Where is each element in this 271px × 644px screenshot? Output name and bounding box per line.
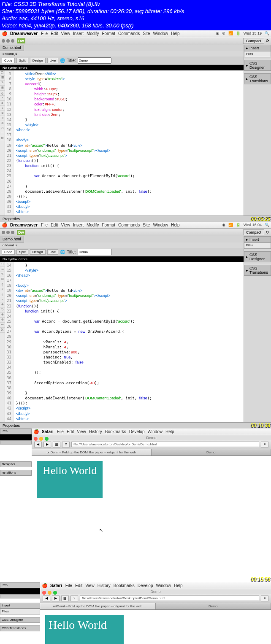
related-file[interactable]: oridomi.js <box>0 51 244 57</box>
tool-icon[interactable]: ≡ <box>0 297 5 302</box>
title-input[interactable] <box>78 249 111 255</box>
menu-view[interactable]: View <box>77 429 86 434</box>
tab-oridomi[interactable]: oriDomi – Fold up the DOM like paper – o… <box>40 603 156 609</box>
traffic-lights[interactable] <box>41 590 58 596</box>
search-icon[interactable]: 🔍 <box>265 223 269 227</box>
accord-element[interactable]: Hello World <box>45 615 124 644</box>
file-tab[interactable]: Demo.html <box>0 236 24 243</box>
menu-commands[interactable]: Commands <box>118 223 140 227</box>
menu-develop[interactable]: Develop <box>138 583 153 588</box>
menu-format[interactable]: Format <box>102 223 115 227</box>
split-view-button[interactable]: Split <box>16 249 28 255</box>
menu-site[interactable]: Site <box>143 31 150 36</box>
menu-window[interactable]: Window <box>156 583 171 588</box>
css-designer-panel[interactable]: ▸CSS Designer <box>244 60 271 71</box>
apple-icon[interactable]: 🍎 <box>42 583 48 588</box>
menu-edit[interactable]: Edit <box>75 583 82 588</box>
tool-icon[interactable]: ⊗ <box>0 302 5 307</box>
css-transitions-fragment[interactable]: CSS Transitions <box>0 625 40 631</box>
menu-modify[interactable]: Modify <box>87 31 99 36</box>
file-tab[interactable]: Demo.html <box>0 45 24 51</box>
transitions-fragment[interactable]: ransitions <box>0 470 32 476</box>
menu-view[interactable]: View <box>85 583 95 588</box>
menu-bookmarks[interactable]: Bookmarks <box>105 429 126 434</box>
code-editor[interactable]: <title>Demo</title> <style type="text/cs… <box>14 70 154 216</box>
tool-icon[interactable]: {} <box>0 282 5 287</box>
tool-icon[interactable]: ✓ <box>0 96 5 101</box>
tool-icon[interactable]: ✎ <box>0 81 5 86</box>
bookmarks-button[interactable]: ▦ <box>61 595 69 601</box>
reader-button[interactable]: ≡ <box>261 595 268 601</box>
tool-icon[interactable]: ⊗ <box>0 111 5 116</box>
files-fragment[interactable]: Files <box>0 609 40 614</box>
properties-panel[interactable]: Properties <box>0 422 271 428</box>
apple-icon[interactable]: 🍎 <box>2 222 8 228</box>
files-panel[interactable]: Files <box>244 243 271 249</box>
globe-icon[interactable]: 🌐 <box>60 58 65 63</box>
menu-file[interactable]: File <box>41 223 48 227</box>
tool-icon[interactable]: ≡ <box>0 106 5 111</box>
css-designer-fragment[interactable]: CSS Designer <box>0 617 40 623</box>
tool-icon[interactable]: ✓ <box>0 287 5 292</box>
code-view-button[interactable]: Code <box>2 58 15 63</box>
accord-element[interactable]: Hello World <box>37 461 103 498</box>
menu-view[interactable]: View <box>61 31 70 36</box>
workspace-selector[interactable]: Compact <box>243 38 264 44</box>
css-transitions-panel[interactable]: ▸CSS Transitions <box>244 73 271 84</box>
design-view-button[interactable]: Design <box>30 58 46 63</box>
forward-button[interactable]: ▶ <box>52 595 60 601</box>
menu-modify[interactable]: Modify <box>87 223 99 227</box>
tool-icon[interactable]: ☰ <box>0 75 5 81</box>
sync-icon[interactable]: ⟳ <box>266 38 269 43</box>
live-view-button[interactable]: Live <box>47 58 59 63</box>
tool-icon[interactable]: ⋯ <box>0 323 5 328</box>
address-bar[interactable]: file:///Users/lawrenceturton/Desktop/ori… <box>80 595 259 601</box>
menu-help[interactable]: Help <box>165 429 174 434</box>
insert-fragment[interactable]: Insert <box>0 603 40 609</box>
tool-icon[interactable]: # <box>0 292 5 297</box>
menu-insert[interactable]: Insert <box>73 223 84 227</box>
apple-icon[interactable]: 🍎 <box>33 429 39 434</box>
back-button[interactable]: ◀ <box>43 595 50 601</box>
insert-panel[interactable]: ▸Insert <box>244 236 271 243</box>
tool-icon[interactable]: # <box>0 101 5 106</box>
files-panel[interactable]: Files <box>244 51 271 57</box>
tool-icon[interactable]: ⊖ <box>0 126 5 131</box>
design-view-button[interactable]: Design <box>30 249 46 255</box>
live-view-button[interactable]: Live <box>47 249 59 255</box>
tool-icon[interactable]: ⊖ <box>0 318 5 323</box>
search-icon[interactable]: 🔍 <box>265 31 269 35</box>
sync-icon[interactable]: ⟳ <box>266 230 269 234</box>
menu-bookmarks[interactable]: Bookmarks <box>114 583 135 588</box>
tool-icon[interactable]: {} <box>0 91 5 96</box>
back-button[interactable]: ◀ <box>34 442 42 447</box>
menu-window[interactable]: Window <box>153 223 168 227</box>
tab-demo[interactable]: Demo <box>156 603 271 609</box>
title-input[interactable] <box>78 57 111 64</box>
apple-icon[interactable]: 🍎 <box>2 31 8 36</box>
menu-file[interactable]: File <box>57 429 64 434</box>
tool-icon[interactable]: ⌘ <box>0 328 5 333</box>
menu-site[interactable]: Site <box>143 223 150 227</box>
menu-edit[interactable]: Edit <box>51 223 58 227</box>
wifi-icon[interactable]: 📶 <box>228 31 233 35</box>
tab-oridomi[interactable]: oriDomi – Fold up the DOM like paper – o… <box>32 449 152 455</box>
related-file[interactable]: oridomi.js <box>0 243 244 248</box>
menu-help[interactable]: Help <box>171 223 180 227</box>
css-transitions-panel[interactable]: ▸CSS Transitions <box>244 265 271 276</box>
app-name[interactable]: Safari <box>50 583 62 588</box>
app-name[interactable]: Dreamweaver <box>10 31 38 36</box>
tool-icon[interactable]: ⊕ <box>0 121 5 126</box>
reader-button[interactable]: ≡ <box>261 442 268 447</box>
tool-icon[interactable]: ▢ <box>0 70 5 75</box>
menu-edit[interactable]: Edit <box>67 429 74 434</box>
share-button[interactable]: ⇪ <box>62 442 70 447</box>
address-bar[interactable]: file:///Users/lawrenceturton/Desktop/ori… <box>71 442 259 447</box>
designer-fragment[interactable]: Designer <box>0 461 32 467</box>
menu-file[interactable]: File <box>65 583 72 588</box>
menu-history[interactable]: History <box>89 429 102 434</box>
tool-icon[interactable]: ↻ <box>0 116 5 121</box>
app-name[interactable]: Dreamweaver <box>10 223 38 227</box>
properties-panel[interactable]: Properties <box>0 216 271 222</box>
tool-icon[interactable]: ⋯ <box>0 131 5 136</box>
